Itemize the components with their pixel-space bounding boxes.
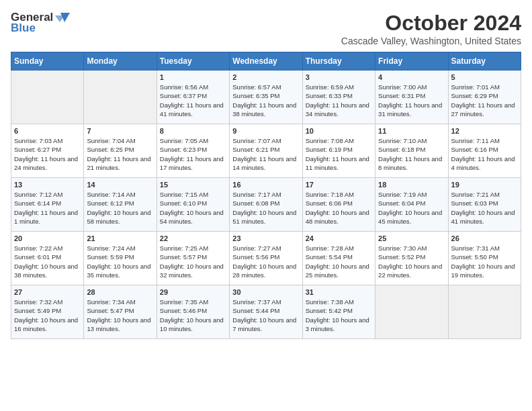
day-number: 15: [160, 181, 226, 189]
day-content: Sunrise: 7:18 AMSunset: 6:06 PMDaylight:…: [306, 190, 372, 226]
day-number: 28: [87, 288, 153, 296]
calendar-table: SundayMondayTuesdayWednesdayThursdayFrid…: [11, 52, 521, 339]
day-number: 21: [87, 234, 153, 242]
calendar-header: SundayMondayTuesdayWednesdayThursdayFrid…: [11, 52, 521, 71]
day-of-week-header: Sunday: [11, 52, 84, 71]
day-content: Sunrise: 7:10 AMSunset: 6:18 PMDaylight:…: [378, 136, 445, 172]
day-content: Sunrise: 7:28 AMSunset: 5:54 PMDaylight:…: [306, 244, 372, 279]
day-content: Sunrise: 7:31 AMSunset: 5:50 PMDaylight:…: [451, 244, 518, 279]
day-number: 5: [451, 73, 518, 81]
calendar-body: 1Sunrise: 6:56 AMSunset: 6:37 PMDaylight…: [11, 71, 521, 339]
day-of-week-header: Monday: [84, 52, 157, 71]
day-content: Sunrise: 6:56 AMSunset: 6:37 PMDaylight:…: [160, 83, 226, 118]
day-content: Sunrise: 7:11 AMSunset: 6:16 PMDaylight:…: [451, 136, 518, 172]
calendar-cell: [375, 285, 448, 339]
day-number: 16: [232, 181, 299, 189]
calendar-cell: 11Sunrise: 7:10 AMSunset: 6:18 PMDayligh…: [375, 124, 448, 178]
day-content: Sunrise: 7:17 AMSunset: 6:08 PMDaylight:…: [232, 190, 299, 226]
day-content: Sunrise: 7:34 AMSunset: 5:47 PMDaylight:…: [87, 298, 153, 333]
calendar-cell: 12Sunrise: 7:11 AMSunset: 6:16 PMDayligh…: [448, 124, 521, 178]
day-number: 31: [306, 288, 372, 296]
day-number: 9: [232, 127, 299, 135]
day-content: Sunrise: 7:05 AMSunset: 6:23 PMDaylight:…: [160, 136, 226, 172]
day-number: 8: [160, 127, 226, 135]
day-content: Sunrise: 7:37 AMSunset: 5:44 PMDaylight:…: [232, 298, 299, 333]
calendar-cell: 13Sunrise: 7:12 AMSunset: 6:14 PMDayligh…: [11, 178, 84, 232]
calendar-cell: 9Sunrise: 7:07 AMSunset: 6:21 PMDaylight…: [230, 124, 302, 178]
day-of-week-header: Tuesday: [157, 52, 229, 71]
day-number: 18: [378, 181, 445, 189]
day-content: Sunrise: 7:30 AMSunset: 5:52 PMDaylight:…: [378, 244, 445, 279]
calendar-cell: 6Sunrise: 7:03 AMSunset: 6:27 PMDaylight…: [11, 124, 84, 178]
day-number: 14: [87, 181, 153, 189]
calendar-cell: 19Sunrise: 7:21 AMSunset: 6:03 PMDayligh…: [448, 178, 521, 232]
calendar-cell: 26Sunrise: 7:31 AMSunset: 5:50 PMDayligh…: [448, 232, 521, 285]
calendar-cell: 14Sunrise: 7:14 AMSunset: 6:12 PMDayligh…: [84, 178, 157, 232]
day-of-week-header: Thursday: [302, 52, 375, 71]
calendar-cell: 24Sunrise: 7:28 AMSunset: 5:54 PMDayligh…: [302, 232, 375, 285]
day-content: Sunrise: 7:12 AMSunset: 6:14 PMDaylight:…: [14, 190, 81, 226]
day-content: Sunrise: 7:22 AMSunset: 6:01 PMDaylight:…: [14, 244, 81, 279]
day-number: 22: [160, 234, 226, 242]
day-number: 7: [87, 127, 153, 135]
day-number: 17: [306, 181, 372, 189]
day-content: Sunrise: 7:21 AMSunset: 6:03 PMDaylight:…: [451, 190, 518, 226]
location-title: Cascade Valley, Washington, United State…: [341, 36, 521, 46]
day-content: Sunrise: 7:27 AMSunset: 5:56 PMDaylight:…: [232, 244, 299, 279]
calendar-cell: 23Sunrise: 7:27 AMSunset: 5:56 PMDayligh…: [230, 232, 302, 285]
calendar-cell: 20Sunrise: 7:22 AMSunset: 6:01 PMDayligh…: [11, 232, 84, 285]
day-content: Sunrise: 7:14 AMSunset: 6:12 PMDaylight:…: [87, 190, 153, 226]
day-number: 12: [451, 127, 518, 135]
day-number: 30: [232, 288, 299, 296]
header: General Blue October 2024 Cascade Valley…: [11, 11, 521, 46]
calendar-cell: 27Sunrise: 7:32 AMSunset: 5:49 PMDayligh…: [11, 285, 84, 339]
calendar-week-row: 1Sunrise: 6:56 AMSunset: 6:37 PMDaylight…: [11, 71, 521, 124]
calendar-cell: 4Sunrise: 7:00 AMSunset: 6:31 PMDaylight…: [375, 71, 448, 124]
day-number: 13: [14, 181, 81, 189]
logo-blue: Blue: [11, 21, 36, 35]
calendar-cell: 28Sunrise: 7:34 AMSunset: 5:47 PMDayligh…: [84, 285, 157, 339]
day-content: Sunrise: 7:15 AMSunset: 6:10 PMDaylight:…: [160, 190, 226, 226]
day-of-week-header: Friday: [375, 52, 448, 71]
header-row: SundayMondayTuesdayWednesdayThursdayFrid…: [11, 52, 521, 71]
day-number: 26: [451, 234, 518, 242]
day-content: Sunrise: 7:04 AMSunset: 6:25 PMDaylight:…: [87, 136, 153, 172]
day-number: 1: [160, 73, 226, 81]
calendar-cell: [84, 71, 157, 124]
day-number: 11: [378, 127, 445, 135]
day-of-week-header: Saturday: [448, 52, 521, 71]
calendar-cell: 5Sunrise: 7:01 AMSunset: 6:29 PMDaylight…: [448, 71, 521, 124]
calendar-cell: 30Sunrise: 7:37 AMSunset: 5:44 PMDayligh…: [230, 285, 302, 339]
day-number: 6: [14, 127, 81, 135]
calendar-cell: [448, 285, 521, 339]
calendar-cell: 16Sunrise: 7:17 AMSunset: 6:08 PMDayligh…: [230, 178, 302, 232]
title-area: October 2024 Cascade Valley, Washington,…: [341, 11, 521, 46]
day-content: Sunrise: 6:57 AMSunset: 6:35 PMDaylight:…: [232, 83, 299, 118]
logo-icon: [55, 11, 70, 24]
day-content: Sunrise: 7:08 AMSunset: 6:19 PMDaylight:…: [306, 136, 372, 172]
day-content: Sunrise: 7:24 AMSunset: 5:59 PMDaylight:…: [87, 244, 153, 279]
calendar-cell: 3Sunrise: 6:59 AMSunset: 6:33 PMDaylight…: [302, 71, 375, 124]
day-content: Sunrise: 7:19 AMSunset: 6:04 PMDaylight:…: [378, 190, 445, 226]
day-number: 25: [378, 234, 445, 242]
calendar-cell: 22Sunrise: 7:25 AMSunset: 5:57 PMDayligh…: [157, 232, 229, 285]
day-content: Sunrise: 7:00 AMSunset: 6:31 PMDaylight:…: [378, 83, 445, 118]
calendar-week-row: 13Sunrise: 7:12 AMSunset: 6:14 PMDayligh…: [11, 178, 521, 232]
day-number: 24: [306, 234, 372, 242]
calendar-week-row: 6Sunrise: 7:03 AMSunset: 6:27 PMDaylight…: [11, 124, 521, 178]
calendar-cell: [11, 71, 84, 124]
calendar-cell: 1Sunrise: 6:56 AMSunset: 6:37 PMDaylight…: [157, 71, 229, 124]
day-number: 19: [451, 181, 518, 189]
calendar-cell: 17Sunrise: 7:18 AMSunset: 6:06 PMDayligh…: [302, 178, 375, 232]
day-content: Sunrise: 7:32 AMSunset: 5:49 PMDaylight:…: [14, 298, 81, 333]
calendar-week-row: 20Sunrise: 7:22 AMSunset: 6:01 PMDayligh…: [11, 232, 521, 285]
calendar-cell: 29Sunrise: 7:35 AMSunset: 5:46 PMDayligh…: [157, 285, 229, 339]
calendar-cell: 10Sunrise: 7:08 AMSunset: 6:19 PMDayligh…: [302, 124, 375, 178]
day-number: 2: [232, 73, 299, 81]
day-number: 29: [160, 288, 226, 296]
day-content: Sunrise: 7:25 AMSunset: 5:57 PMDaylight:…: [160, 244, 226, 279]
day-number: 10: [306, 127, 372, 135]
day-content: Sunrise: 6:59 AMSunset: 6:33 PMDaylight:…: [306, 83, 372, 118]
calendar-cell: 8Sunrise: 7:05 AMSunset: 6:23 PMDaylight…: [157, 124, 229, 178]
calendar-cell: 25Sunrise: 7:30 AMSunset: 5:52 PMDayligh…: [375, 232, 448, 285]
